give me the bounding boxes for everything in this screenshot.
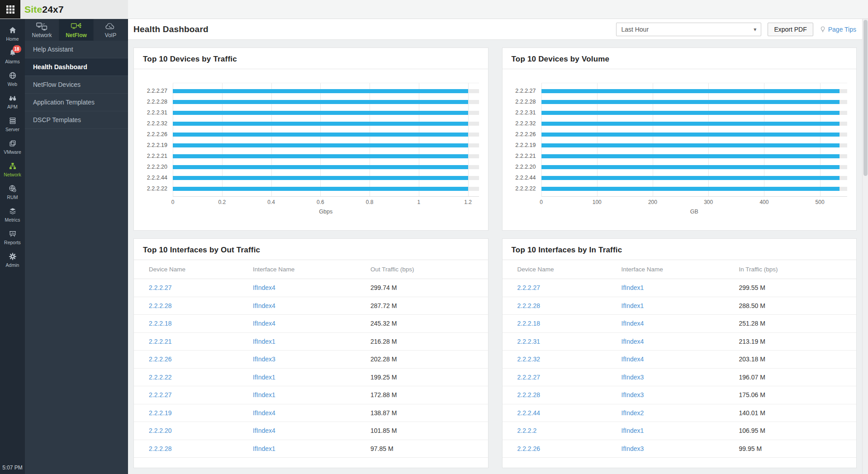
- table-row: 2.2.2.27IfIndex4299.74 M: [134, 279, 488, 297]
- interface-link[interactable]: IfIndex1: [253, 374, 275, 381]
- page-tips-link[interactable]: Page Tips: [820, 26, 856, 33]
- interface-link[interactable]: IfIndex3: [621, 445, 644, 452]
- chart-bar: [173, 187, 468, 191]
- chart-bar-track: [173, 165, 479, 169]
- menu-item-dscp-templates[interactable]: DSCP Templates: [25, 111, 128, 129]
- device-link[interactable]: 2.2.2.18: [517, 320, 541, 327]
- interface-link[interactable]: IfIndex1: [253, 445, 275, 452]
- network-icon: [9, 161, 17, 170]
- interface-link[interactable]: IfIndex1: [621, 302, 644, 309]
- app-grid-button[interactable]: [0, 0, 20, 19]
- chart-bar-track: [541, 111, 848, 115]
- chart-row: 2.2.2.22: [510, 183, 848, 194]
- menu-item-application-templates[interactable]: Application Templates: [25, 94, 128, 111]
- chart-bar-track: [173, 122, 479, 126]
- device-link[interactable]: 2.2.2.26: [517, 445, 541, 452]
- device-link[interactable]: 2.2.2.31: [517, 338, 541, 345]
- tab-voip[interactable]: VoIP: [94, 19, 128, 41]
- reports-icon: [9, 229, 17, 238]
- device-link[interactable]: 2.2.2.27: [517, 374, 541, 381]
- device-link[interactable]: 2.2.2.28: [517, 391, 541, 398]
- device-link[interactable]: 2.2.2.27: [517, 284, 541, 291]
- device-link[interactable]: 2.2.2.28: [517, 302, 541, 309]
- interface-link[interactable]: IfIndex3: [621, 391, 644, 398]
- admin-gear-icon: [9, 252, 17, 261]
- chart-row: 2.2.2.19: [510, 140, 848, 151]
- chart-category-label: 2.2.2.44: [510, 175, 536, 181]
- table-row: 2.2.2.21IfIndex1216.28 M: [134, 333, 488, 351]
- chart-bar: [541, 187, 840, 191]
- chevron-down-icon: ▾: [754, 26, 756, 33]
- primary-sidebar: Home18AlarmsWebAPMServerVMwareNetworkRUM…: [0, 19, 25, 474]
- menu-item-help-assistant[interactable]: Help Assistant: [25, 41, 128, 58]
- sidebar-item-label: APM: [7, 104, 18, 109]
- menu-item-netflow-devices[interactable]: NetFlow Devices: [25, 76, 128, 94]
- device-link[interactable]: 2.2.2.22: [149, 374, 172, 381]
- device-link[interactable]: 2.2.2.27: [149, 284, 172, 291]
- interface-link[interactable]: IfIndex2: [621, 409, 644, 417]
- device-link[interactable]: 2.2.2.32: [517, 356, 541, 363]
- chart-bar: [541, 154, 840, 158]
- sidebar-item-alarms[interactable]: 18Alarms: [0, 45, 25, 68]
- interface-link[interactable]: IfIndex4: [621, 338, 644, 345]
- scrollbar-thumb[interactable]: [863, 20, 868, 176]
- logo-zone: Site24x7: [20, 0, 128, 19]
- export-pdf-button[interactable]: Export PDF: [768, 23, 813, 36]
- site24x7-logo[interactable]: Site24x7: [24, 4, 64, 15]
- sidebar-item-label: Server: [5, 127, 19, 132]
- interface-link[interactable]: IfIndex4: [621, 320, 644, 327]
- interface-link[interactable]: IfIndex3: [253, 356, 275, 363]
- table-row: 2.2.2.32IfIndex4203.18 M: [503, 351, 857, 369]
- axis-tick-label: 200: [648, 199, 657, 205]
- interface-link[interactable]: IfIndex4: [253, 320, 275, 327]
- card-title: Top 10 Interfaces by In Traffic: [512, 246, 848, 255]
- device-link[interactable]: 2.2.2.18: [149, 320, 172, 327]
- sidebar-item-network[interactable]: Network: [0, 158, 25, 181]
- time-range-select[interactable]: Last Hour ▾: [616, 23, 761, 36]
- chart-bar-track: [541, 165, 848, 169]
- chart-row: 2.2.2.28: [510, 96, 848, 107]
- device-link[interactable]: 2.2.2.2: [517, 427, 537, 434]
- interfaces-in-table: Device NameInterface NameIn Traffic (bps…: [503, 260, 857, 458]
- chart-row: 2.2.2.21: [510, 151, 848, 161]
- interface-link[interactable]: IfIndex4: [253, 427, 275, 434]
- sidebar-item-server[interactable]: Server: [0, 113, 25, 136]
- table-row: 2.2.2.28IfIndex1288.50 M: [503, 297, 857, 315]
- sidebar-item-apm[interactable]: APM: [0, 90, 25, 113]
- interface-link[interactable]: IfIndex1: [253, 338, 275, 345]
- devices-traffic-chart: 2.2.2.272.2.2.282.2.2.312.2.2.322.2.2.26…: [134, 69, 488, 215]
- sidebar-item-home[interactable]: Home: [0, 23, 25, 45]
- interface-link[interactable]: IfIndex1: [621, 284, 644, 291]
- time-range-value: Last Hour: [621, 26, 649, 33]
- device-link[interactable]: 2.2.2.28: [149, 445, 172, 452]
- sidebar-item-metrics[interactable]: Metrics: [0, 204, 25, 226]
- sidebar-item-web[interactable]: Web: [0, 68, 25, 90]
- device-link[interactable]: 2.2.2.21: [149, 338, 172, 345]
- device-link[interactable]: 2.2.2.19: [149, 409, 172, 417]
- tab-netflow[interactable]: NetFlow: [59, 19, 94, 41]
- chart-row: 2.2.2.26: [141, 129, 479, 140]
- device-link[interactable]: 2.2.2.44: [517, 409, 541, 417]
- interface-link[interactable]: IfIndex1: [253, 391, 275, 398]
- device-link[interactable]: 2.2.2.28: [149, 302, 172, 309]
- device-link[interactable]: 2.2.2.26: [149, 356, 172, 363]
- interface-link[interactable]: IfIndex4: [253, 284, 275, 291]
- sidebar-item-vmware[interactable]: VMware: [0, 136, 25, 158]
- menu-item-health-dashboard[interactable]: Health Dashboard: [25, 58, 128, 76]
- device-link[interactable]: 2.2.2.20: [149, 427, 172, 434]
- tab-network[interactable]: Network: [25, 19, 59, 41]
- sidebar-item-reports[interactable]: Reports: [0, 226, 25, 249]
- table-header-row: Device NameInterface NameOut Traffic (bp…: [134, 260, 488, 279]
- interface-link[interactable]: IfIndex4: [621, 356, 644, 363]
- vertical-scrollbar[interactable]: [862, 19, 868, 474]
- interface-link[interactable]: IfIndex4: [253, 409, 275, 417]
- interface-link[interactable]: IfIndex4: [253, 302, 275, 309]
- sidebar-item-admin[interactable]: Admin: [0, 249, 25, 271]
- interface-link[interactable]: IfIndex1: [621, 427, 644, 434]
- sidebar-item-rum[interactable]: RUM: [0, 181, 25, 204]
- interface-link[interactable]: IfIndex3: [621, 374, 644, 381]
- device-link[interactable]: 2.2.2.27: [149, 391, 172, 398]
- chart-row: 2.2.2.19: [141, 140, 479, 151]
- traffic-value: 203.18 M: [739, 356, 857, 363]
- table-row: 2.2.2.44IfIndex2140.01 M: [503, 404, 857, 422]
